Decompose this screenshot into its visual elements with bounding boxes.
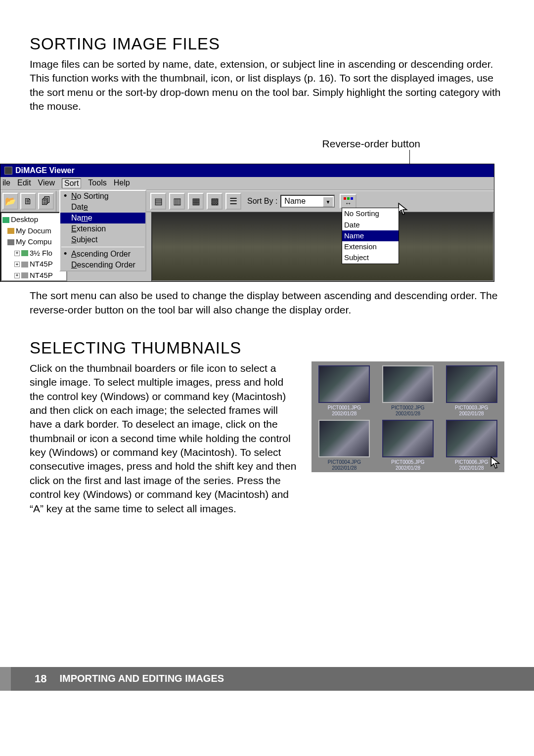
thumbnail-area[interactable] <box>151 212 494 281</box>
desktop-icon <box>2 217 9 223</box>
footer-section-title: IMPORTING AND EDITING IMAGES <box>59 673 224 684</box>
doc-button[interactable]: 🗐 <box>38 193 54 210</box>
list-view-button[interactable]: ☰ <box>225 193 241 210</box>
view-mode-2-button[interactable]: ▥ <box>169 193 185 210</box>
tree-label: My Compu <box>16 236 52 248</box>
open-folder-button[interactable]: 📂 <box>2 193 18 210</box>
page-number: 18 <box>35 672 46 685</box>
thumbnail-large-button[interactable]: ▩ <box>207 193 222 210</box>
thumbnail-cell[interactable]: PICT0002.JPG2002/01/28 <box>378 365 438 417</box>
tree-label: Desktop <box>11 214 38 225</box>
menu-view[interactable]: View <box>38 178 55 188</box>
menu-separator <box>61 247 144 247</box>
thumbnail-caption: PICT0003.JPG2002/01/28 <box>455 405 488 417</box>
thumbnail-caption: PICT0001.JPG2002/01/28 <box>328 405 361 417</box>
menu-file[interactable]: ile <box>2 178 10 188</box>
tree-label: NT45P <box>30 259 53 270</box>
sort-menu-dropdown[interactable]: No Sorting Date Name Extension Subject A… <box>59 190 146 271</box>
thumbnail-cell[interactable]: PICT0003.JPG2002/01/28 <box>442 365 501 417</box>
sort-by-dropdown-list[interactable]: No Sorting Date Name Extension Subject <box>342 208 399 264</box>
tree-floppy[interactable]: + 3½ Flo <box>2 248 65 259</box>
thumbnail-cell[interactable]: PICT0004.JPG2002/01/28 <box>314 420 374 471</box>
para-sorting: Image files can be sorted by name, date,… <box>30 57 504 113</box>
thumbnail-image[interactable] <box>446 365 497 403</box>
expand-icon[interactable]: + <box>14 273 20 278</box>
sort-menu-extension[interactable]: Extension <box>60 223 145 234</box>
expand-icon[interactable]: + <box>14 251 20 256</box>
new-doc-button[interactable]: 🗎 <box>20 193 36 210</box>
thumbnail-small-button[interactable]: ▦ <box>188 193 204 210</box>
sort-menu-name[interactable]: Name <box>60 213 145 223</box>
menu-edit[interactable]: Edit <box>17 178 31 188</box>
sort-menu-subject[interactable]: Subject <box>60 234 145 245</box>
app-icon <box>4 167 12 175</box>
thumbnail-cell[interactable]: PICT0001.JPG2002/01/28 <box>314 365 374 417</box>
tree-drive-1[interactable]: + NT45P <box>2 259 65 270</box>
callout-reverse-order: Reverse-order button <box>30 138 504 150</box>
thumbnail-cell[interactable]: PICT0006.JPG2002/01/28 <box>442 420 501 471</box>
thumbnail-caption: PICT0005.JPG2002/01/28 <box>391 459 424 471</box>
thumbnail-selection-figure: PICT0001.JPG2002/01/28PICT0002.JPG2002/0… <box>312 361 504 472</box>
page-footer: 18 IMPORTING AND EDITING IMAGES <box>0 667 534 691</box>
para-sort-menu-note: The sort menu can also be used to change… <box>30 289 504 317</box>
thumbnail-caption: PICT0006.JPG2002/01/28 <box>455 459 488 471</box>
thumbnail-image[interactable] <box>382 420 434 457</box>
sortby-extension[interactable]: Extension <box>342 241 399 252</box>
view-mode-1-button[interactable]: ▤ <box>150 193 166 210</box>
sort-menu-date[interactable]: Date <box>60 202 145 213</box>
thumbnail-image[interactable] <box>382 365 434 403</box>
thumbnail-image[interactable] <box>446 420 497 457</box>
window-title-bar: DiMAGE Viewer <box>0 164 494 177</box>
menu-help[interactable]: Help <box>114 178 130 188</box>
expand-icon[interactable]: + <box>14 262 20 267</box>
tree-desktop[interactable]: Desktop <box>2 214 65 225</box>
thumbnail-caption: PICT0002.JPG2002/01/28 <box>391 405 424 417</box>
menu-sort[interactable]: Sort <box>62 178 81 188</box>
reverse-order-button[interactable]: ↔ <box>340 194 356 209</box>
menu-tools[interactable]: Tools <box>88 178 106 188</box>
computer-icon <box>7 239 14 245</box>
sort-menu-no-sorting[interactable]: No Sorting <box>60 191 145 202</box>
tree-my-computer[interactable]: My Compu <box>2 236 65 248</box>
sortby-subject[interactable]: Subject <box>342 252 399 263</box>
drive-icon <box>21 262 28 267</box>
tree-label: 3½ Flo <box>30 248 52 259</box>
floppy-icon <box>21 250 28 256</box>
heading-sorting: SORTING IMAGE FILES <box>30 35 504 53</box>
sort-menu-ascending[interactable]: Ascending Order <box>60 249 145 260</box>
tree-label: My Docum <box>16 225 51 237</box>
sortby-no-sorting[interactable]: No Sorting <box>342 208 399 219</box>
thumbnail-image[interactable] <box>318 420 370 457</box>
folder-tree[interactable]: Desktop My Docum My Compu + 3½ Flo + <box>0 212 67 281</box>
window-title: DiMAGE Viewer <box>15 166 75 175</box>
sortby-name[interactable]: Name <box>342 230 399 241</box>
dimage-viewer-window: DiMAGE Viewer ile Edit View Sort Tools H… <box>0 164 494 282</box>
sortby-date[interactable]: Date <box>342 220 399 230</box>
drive-icon <box>21 272 28 278</box>
thumbnail-caption: PICT0004.JPG2002/01/28 <box>328 459 361 471</box>
para-selecting: Click on the thumbnail boarders or file … <box>30 361 300 516</box>
sort-menu-descending[interactable]: Descending Order <box>60 260 145 270</box>
tree-label: NT45P <box>30 270 53 281</box>
reverse-arrow-icon: ↔ <box>345 201 352 206</box>
heading-selecting: SELECTING THUMBNAILS <box>30 339 504 357</box>
tree-drive-2[interactable]: + NT45P <box>2 270 65 281</box>
sort-by-dropdown[interactable]: Name <box>280 195 335 208</box>
toolbar-left-group: 📂 🗎 🗐 <box>0 191 56 212</box>
folder-icon <box>7 228 14 234</box>
tree-my-documents[interactable]: My Docum <box>2 225 65 237</box>
menu-bar[interactable]: ile Edit View Sort Tools Help <box>0 177 494 190</box>
callout-line <box>409 150 410 164</box>
thumbnail-image[interactable] <box>318 365 370 403</box>
thumbnail-cell[interactable]: PICT0005.JPG2002/01/28 <box>378 420 438 471</box>
sort-by-label: Sort By : <box>247 197 277 206</box>
